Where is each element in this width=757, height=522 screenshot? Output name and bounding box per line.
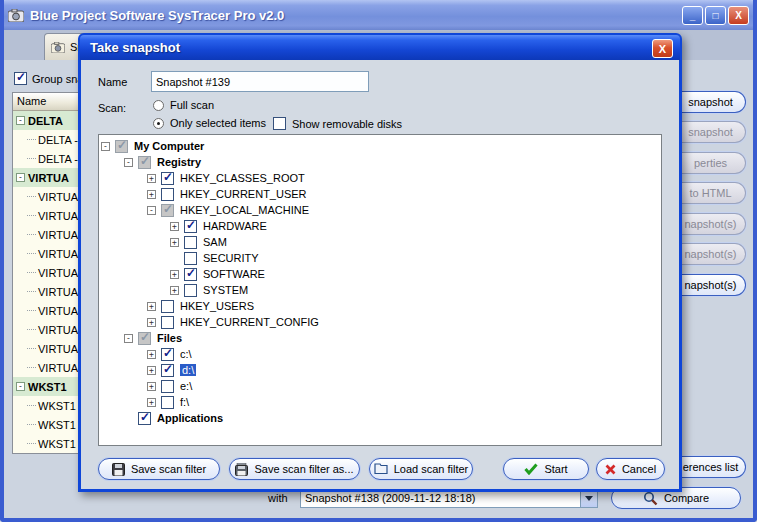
tree-node-label[interactable]: e:\: [180, 380, 192, 392]
side-button[interactable]: to HTML: [676, 182, 746, 204]
tree-node-label[interactable]: SYSTEM: [203, 284, 248, 296]
expand-icon[interactable]: +: [147, 366, 156, 375]
expand-icon[interactable]: +: [170, 222, 179, 231]
tree-node-label[interactable]: HKEY_USERS: [180, 300, 254, 312]
expand-icon[interactable]: +: [147, 318, 156, 327]
radio-full-scan[interactable]: Full scan: [153, 99, 214, 111]
side-button[interactable]: napshot(s): [676, 274, 746, 296]
checkbox-checked-icon[interactable]: [161, 172, 174, 185]
side-button[interactable]: perties: [676, 152, 746, 174]
tree-row[interactable]: +HKEY_USERS: [99, 298, 661, 314]
checkbox-unchecked-icon[interactable]: [161, 188, 174, 201]
checkbox-partial-icon[interactable]: [138, 156, 151, 169]
expand-icon[interactable]: +: [147, 302, 156, 311]
minimize-button[interactable]: _: [682, 6, 703, 25]
tree-row[interactable]: SECURITY: [99, 250, 661, 266]
main-window-title: Blue Project Software SysTracer Pro v2.0: [30, 8, 284, 23]
save-scan-filter-button[interactable]: Save scan filter: [98, 458, 220, 480]
tree-node-label[interactable]: Applications: [157, 412, 223, 424]
collapse-icon[interactable]: -: [101, 142, 110, 151]
tree-row[interactable]: Applications: [99, 410, 661, 426]
list-row-label: DELTA: [28, 115, 63, 127]
checkbox-unchecked-icon[interactable]: [184, 252, 197, 265]
collapse-icon[interactable]: -: [16, 382, 25, 391]
checkbox-unchecked-icon[interactable]: [161, 380, 174, 393]
side-button[interactable]: snapshot: [676, 121, 746, 143]
tree-node-label[interactable]: f:\: [180, 396, 189, 408]
checkbox-partial-icon[interactable]: [138, 332, 151, 345]
checkbox-partial-icon[interactable]: [161, 204, 174, 217]
app-window: Blue Project Software SysTracer Pro v2.0…: [0, 0, 757, 522]
checkbox-unchecked-icon[interactable]: [161, 316, 174, 329]
load-scan-filter-button[interactable]: Load scan filter: [369, 458, 473, 480]
expand-icon[interactable]: +: [170, 286, 179, 295]
tree-row[interactable]: +HKEY_CLASSES_ROOT: [99, 170, 661, 186]
tree-node-label[interactable]: SOFTWARE: [203, 268, 265, 280]
expand-icon[interactable]: +: [147, 398, 156, 407]
side-button[interactable]: napshot(s): [676, 213, 746, 235]
tree-row[interactable]: +HKEY_CURRENT_USER: [99, 186, 661, 202]
snapshot-name-input[interactable]: [151, 71, 369, 92]
expand-icon[interactable]: +: [147, 350, 156, 359]
group-snapshots-checkbox[interactable]: Group sna: [14, 72, 83, 85]
checkbox-checked-icon[interactable]: [161, 364, 174, 377]
collapse-icon[interactable]: -: [16, 116, 25, 125]
tree-row[interactable]: +SAM: [99, 234, 661, 250]
maximize-button[interactable]: □: [705, 6, 726, 25]
tree-node-label[interactable]: HKEY_CURRENT_CONFIG: [180, 316, 319, 328]
collapse-icon[interactable]: -: [16, 173, 25, 182]
tree-node-label[interactable]: c:\: [180, 348, 192, 360]
tree-row[interactable]: -My Computer: [99, 138, 661, 154]
dialog-close-button[interactable]: X: [652, 39, 673, 58]
tree-node-label[interactable]: SECURITY: [203, 252, 259, 264]
checkbox-checked-icon[interactable]: [184, 268, 197, 281]
side-button[interactable]: snapshot: [676, 91, 746, 113]
tree-node-label[interactable]: My Computer: [134, 140, 204, 152]
tree-row[interactable]: +f:\: [99, 394, 661, 410]
collapse-icon[interactable]: -: [124, 334, 133, 343]
checkbox-unchecked-icon[interactable]: [161, 396, 174, 409]
tree-node-label[interactable]: HKEY_CLASSES_ROOT: [180, 172, 305, 184]
dropdown-value: Snapshot #138 (2009-11-12 18:18): [301, 492, 580, 504]
start-button[interactable]: Start: [503, 458, 589, 480]
tree-row[interactable]: +c:\: [99, 346, 661, 362]
tree-row[interactable]: +SYSTEM: [99, 282, 661, 298]
expand-icon[interactable]: +: [147, 174, 156, 183]
tree-row[interactable]: +e:\: [99, 378, 661, 394]
tree-node-label[interactable]: Registry: [157, 156, 201, 168]
checkbox-partial-icon[interactable]: [115, 140, 128, 153]
expand-icon[interactable]: +: [147, 190, 156, 199]
collapse-icon[interactable]: -: [147, 206, 156, 215]
tree-row[interactable]: -HKEY_LOCAL_MACHINE: [99, 202, 661, 218]
side-button[interactable]: napshot(s): [676, 243, 746, 265]
tree-row[interactable]: +SOFTWARE: [99, 266, 661, 282]
differences-list-button[interactable]: erences list: [676, 456, 746, 478]
tree-row[interactable]: +HKEY_CURRENT_CONFIG: [99, 314, 661, 330]
close-button[interactable]: X: [728, 6, 749, 25]
show-removable-checkbox[interactable]: Show removable disks: [273, 117, 402, 130]
tree-node-label[interactable]: HKEY_CURRENT_USER: [180, 188, 307, 200]
checkbox-unchecked-icon[interactable]: [184, 236, 197, 249]
expand-icon[interactable]: +: [170, 270, 179, 279]
expand-icon[interactable]: +: [147, 382, 156, 391]
tree-node-label[interactable]: HARDWARE: [203, 220, 267, 232]
tree-node-label[interactable]: HKEY_LOCAL_MACHINE: [180, 204, 309, 216]
list-row-label: WKST1: [38, 400, 76, 412]
tree-node-label[interactable]: d:\: [180, 364, 196, 376]
collapse-icon[interactable]: -: [124, 158, 133, 167]
checkbox-checked-icon[interactable]: [161, 348, 174, 361]
tree-row[interactable]: +d:\: [99, 362, 661, 378]
save-scan-filter-as-button[interactable]: Save scan filter as...: [229, 458, 360, 480]
tree-node-label[interactable]: SAM: [203, 236, 227, 248]
checkbox-unchecked-icon[interactable]: [161, 300, 174, 313]
cancel-button[interactable]: Cancel: [596, 458, 665, 480]
tree-row[interactable]: -Registry: [99, 154, 661, 170]
tree-row[interactable]: +HARDWARE: [99, 218, 661, 234]
checkbox-unchecked-icon[interactable]: [184, 284, 197, 297]
checkbox-checked-icon[interactable]: [138, 412, 151, 425]
expand-icon[interactable]: +: [170, 238, 179, 247]
radio-only-selected[interactable]: Only selected items: [153, 117, 266, 129]
tree-row[interactable]: -Files: [99, 330, 661, 346]
tree-node-label[interactable]: Files: [157, 332, 182, 344]
checkbox-checked-icon[interactable]: [184, 220, 197, 233]
